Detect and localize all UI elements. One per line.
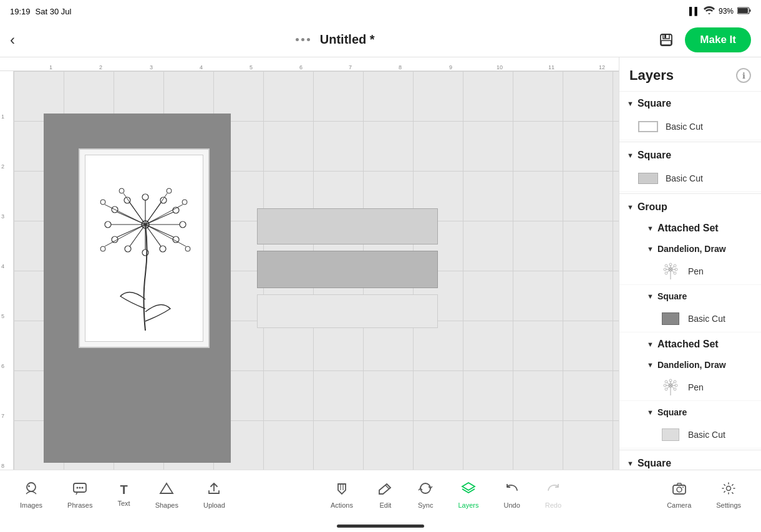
document-title: Untitled * — [320, 32, 375, 47]
layer-dandelion-draw-2[interactable]: ▼ Dandelion, Draw — [619, 354, 761, 374]
toolbar-center: Actions Edit Sync Layers Undo — [318, 476, 574, 514]
right-panel: Layers ℹ ▼ Square Basic Cut ▼ Square — [619, 57, 761, 470]
toolbar-sync[interactable]: Sync — [405, 476, 445, 514]
layer-thumb-4 — [659, 427, 682, 442]
svg-point-31 — [124, 197, 130, 203]
ruler-h-3: 3 — [150, 64, 153, 70]
layer-group-square-1[interactable]: ▼ Square — [619, 92, 761, 113]
layer-thumb-2 — [637, 171, 659, 186]
svg-rect-5 — [664, 35, 666, 38]
layer-group-square-2[interactable]: ▼ Square — [619, 143, 761, 165]
toolbar-phrases[interactable]: Phrases — [55, 476, 105, 514]
collapse-triangle-2: ▼ — [627, 152, 634, 159]
ruler-h-6: 6 — [299, 64, 303, 70]
toolbar-layers[interactable]: Layers — [445, 476, 491, 514]
toolbar-upload[interactable]: Upload — [191, 476, 238, 514]
layer-label-basic-cut-4: Basic Cut — [688, 430, 725, 440]
svg-point-37 — [185, 246, 190, 251]
thumb-dark-rect-1 — [662, 312, 679, 325]
save-button[interactable] — [655, 29, 677, 51]
ruler-h-1: 1 — [49, 64, 52, 70]
shapes-icon — [159, 481, 174, 499]
toolbar-edit[interactable]: Edit — [366, 476, 405, 514]
layer-item-basic-cut-1[interactable]: Basic Cut — [619, 113, 761, 140]
undo-icon — [505, 481, 520, 499]
canvas-grid — [14, 71, 619, 470]
svg-line-42 — [105, 225, 145, 246]
layers-list[interactable]: ▼ Square Basic Cut ▼ Square Basic Cut — [619, 92, 761, 470]
top-right: Make It — [655, 27, 751, 52]
svg-point-27 — [105, 221, 111, 228]
layer-group-label: Group — [637, 201, 667, 213]
layer-attached-set-1[interactable]: ▼ Attached Set — [619, 216, 761, 238]
layer-square-in-attached-2-label: Square — [657, 407, 687, 417]
collapse-triangle-1: ▼ — [627, 100, 634, 107]
layer-attached-set-2[interactable]: ▼ Attached Set — [619, 332, 761, 354]
ruler-v-1: 1 — [1, 114, 4, 120]
status-left: 19:19 Sat 30 Jul — [10, 7, 71, 16]
toolbar-actions[interactable]: Actions — [318, 476, 366, 514]
collapse-triangle-sq-a1: ▼ — [647, 293, 654, 300]
toolbar-undo[interactable]: Undo — [491, 476, 532, 514]
toolbar-right: Camera Settings — [654, 476, 754, 514]
svg-point-41 — [100, 200, 105, 205]
svg-rect-86 — [673, 485, 686, 494]
collapse-triangle-group: ▼ — [627, 203, 634, 211]
canvas-scroll[interactable] — [14, 71, 619, 470]
bottom-toolbar: Images Phrases T Text Shapes Upload — [0, 470, 761, 520]
layer-thumb-pen-2 — [659, 380, 682, 395]
battery-icon — [737, 7, 751, 16]
svg-point-39 — [119, 188, 124, 193]
layer-label-basic-cut-1: Basic Cut — [666, 122, 703, 132]
ruler-h-11: 11 — [548, 64, 555, 70]
panel-header: Layers ℹ — [619, 57, 761, 92]
sync-label: Sync — [418, 501, 433, 509]
toolbar-redo[interactable]: Redo — [533, 476, 574, 514]
sync-icon — [418, 481, 433, 499]
layer-dandelion-draw-1[interactable]: ▼ Dandelion, Draw — [619, 238, 761, 258]
actions-label: Actions — [331, 501, 353, 509]
layer-group-group[interactable]: ▼ Group — [619, 195, 761, 216]
svg-marker-85 — [462, 483, 475, 490]
top-center: Untitled * — [296, 32, 375, 47]
canvas-rect-top[interactable] — [257, 208, 438, 244]
svg-point-64 — [674, 380, 676, 383]
canvas-card-gray[interactable] — [44, 114, 231, 463]
toolbar-camera[interactable]: Camera — [654, 476, 704, 514]
divider-3 — [619, 450, 761, 450]
home-bar — [337, 525, 424, 528]
layer-square-in-attached-1[interactable]: ▼ Square — [619, 285, 761, 305]
toolbar-text[interactable]: T Text — [105, 478, 142, 512]
layer-item-basic-cut-2[interactable]: Basic Cut — [619, 165, 761, 192]
layer-item-pen-2[interactable]: Pen — [619, 374, 761, 401]
canvas-rect-bottom[interactable] — [257, 294, 438, 328]
layer-item-basic-cut-3[interactable]: Basic Cut — [619, 305, 761, 332]
time: 19:19 — [10, 7, 31, 16]
layer-item-basic-cut-4[interactable]: Basic Cut — [619, 421, 761, 448]
ruler-h-8: 8 — [399, 64, 402, 70]
text-icon: T — [120, 483, 127, 497]
images-label: Images — [20, 501, 42, 509]
layer-square-in-attached-2[interactable]: ▼ Square — [619, 401, 761, 421]
layer-item-pen-1[interactable]: Pen — [619, 258, 761, 285]
edit-label: Edit — [379, 501, 391, 509]
canvas-rect-middle[interactable] — [257, 251, 438, 288]
redo-label: Redo — [545, 501, 561, 509]
svg-point-77 — [28, 485, 30, 487]
dots-menu[interactable] — [296, 38, 310, 41]
thumb-white-rect-1 — [638, 121, 658, 132]
layer-label-pen-2: Pen — [688, 382, 704, 392]
svg-point-79 — [77, 486, 79, 488]
layer-thumb-pen-1 — [659, 264, 682, 279]
toolbar-images[interactable]: Images — [7, 476, 55, 514]
canvas-card-inner[interactable] — [79, 148, 210, 348]
layer-label-basic-cut-2: Basic Cut — [666, 173, 703, 183]
make-it-button[interactable]: Make It — [685, 27, 751, 52]
back-button[interactable]: ‹ — [10, 31, 15, 49]
layer-group-square-3[interactable]: ▼ Square — [619, 452, 761, 470]
toolbar-settings[interactable]: Settings — [704, 476, 754, 514]
status-right: ▌▌ 93% — [689, 6, 751, 16]
toolbar-shapes[interactable]: Shapes — [143, 476, 191, 514]
info-button[interactable]: ℹ — [736, 68, 751, 83]
svg-rect-1 — [738, 8, 748, 13]
